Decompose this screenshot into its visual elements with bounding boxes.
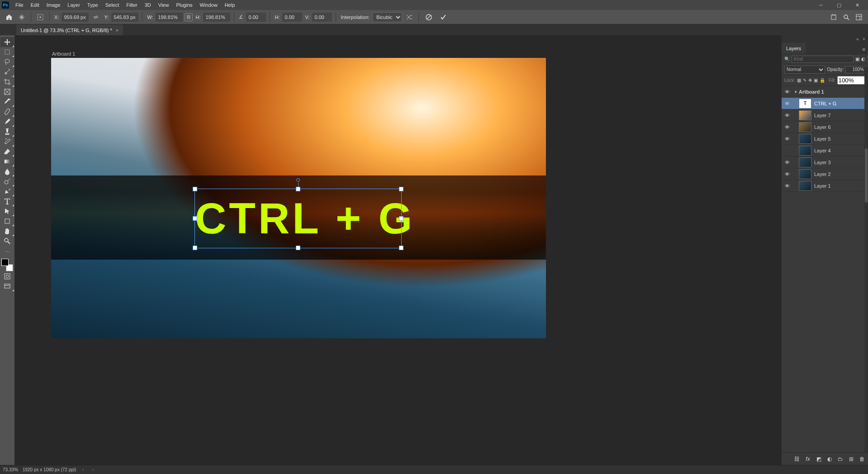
handle-tm[interactable] bbox=[296, 187, 300, 191]
menu-view[interactable]: View bbox=[155, 1, 173, 9]
search-icon[interactable] bbox=[841, 12, 852, 23]
aspect-lock-icon[interactable]: ⛓ bbox=[185, 13, 193, 21]
pen-tool[interactable] bbox=[0, 186, 14, 196]
layer-name[interactable]: Layer 1 bbox=[814, 183, 866, 189]
transform-hskew-input[interactable] bbox=[282, 13, 302, 22]
fill-input[interactable] bbox=[837, 76, 868, 85]
menu-layer[interactable]: Layer bbox=[64, 1, 84, 9]
window-close-button[interactable]: ✕ bbox=[848, 0, 866, 10]
handle-bl[interactable] bbox=[193, 246, 197, 250]
layer-row[interactable]: 👁 Layer 6 bbox=[782, 121, 868, 133]
menu-3d[interactable]: 3D bbox=[141, 1, 155, 9]
lock-transparency-icon[interactable]: ▦ bbox=[797, 77, 801, 84]
layer-mask-icon[interactable]: ◩ bbox=[815, 455, 823, 463]
handle-mr[interactable] bbox=[399, 217, 403, 220]
eraser-tool[interactable] bbox=[0, 147, 14, 156]
artboard-label[interactable]: Artboard 1 bbox=[52, 51, 75, 57]
filter-pixel-icon[interactable]: ▣ bbox=[855, 56, 859, 63]
lock-position-icon[interactable]: ✥ bbox=[808, 77, 812, 84]
doc-info[interactable]: 1920 px x 1080 px (72 ppi) bbox=[23, 467, 76, 472]
blend-mode-select[interactable]: Normal bbox=[784, 66, 825, 74]
zoom-tool[interactable] bbox=[0, 236, 14, 246]
transform-w-input[interactable] bbox=[156, 13, 183, 22]
handle-br[interactable] bbox=[399, 246, 403, 250]
canvas-area[interactable]: Artboard 1 CTRL + G bbox=[15, 35, 781, 465]
visibility-toggle[interactable]: 👁 bbox=[782, 124, 792, 130]
history-brush-tool[interactable] bbox=[0, 137, 14, 147]
visibility-toggle[interactable]: 👁 bbox=[782, 136, 792, 142]
shape-tool[interactable] bbox=[0, 216, 14, 226]
visibility-toggle[interactable]: 👁 bbox=[782, 183, 792, 189]
layer-thumbnail[interactable] bbox=[799, 169, 811, 179]
transform-vskew-input[interactable] bbox=[312, 13, 332, 22]
menu-window[interactable]: Window bbox=[196, 1, 221, 9]
type-tool[interactable] bbox=[0, 196, 14, 206]
brush-tool[interactable] bbox=[0, 117, 14, 127]
visibility-toggle[interactable]: 👁 bbox=[782, 89, 792, 95]
layer-row[interactable]: 👁 Layer 5 bbox=[782, 133, 868, 145]
lock-all-icon[interactable]: 🔒 bbox=[820, 77, 825, 84]
filter-search-icon[interactable]: 🔍 bbox=[784, 56, 790, 63]
layer-thumbnail[interactable] bbox=[799, 122, 811, 132]
artboard-row[interactable]: 👁 ▾ Artboard 1 bbox=[782, 86, 868, 98]
menu-select[interactable]: Select bbox=[102, 1, 123, 9]
gradient-tool[interactable] bbox=[0, 156, 14, 166]
visibility-toggle[interactable]: 👁 bbox=[782, 101, 792, 106]
layer-row[interactable]: 👁 Layer 3 bbox=[782, 156, 868, 168]
artboard-tool[interactable] bbox=[0, 47, 14, 57]
handle-ml[interactable] bbox=[193, 217, 197, 220]
menu-file[interactable]: File bbox=[12, 1, 27, 9]
adjustment-layer-icon[interactable]: ◐ bbox=[825, 455, 834, 463]
layer-thumbnail[interactable] bbox=[799, 181, 811, 191]
lasso-tool[interactable] bbox=[0, 57, 14, 67]
dodge-tool[interactable] bbox=[0, 176, 14, 186]
eyedropper-tool[interactable] bbox=[0, 97, 14, 107]
layer-name[interactable]: Layer 5 bbox=[814, 136, 866, 142]
layer-thumbnail[interactable]: T bbox=[799, 99, 811, 109]
cancel-transform-button[interactable] bbox=[424, 13, 433, 22]
foreground-color-swatch[interactable] bbox=[1, 259, 9, 266]
handle-tr[interactable] bbox=[399, 187, 403, 191]
layer-fx-icon[interactable]: fx bbox=[804, 455, 812, 463]
lock-pixels-icon[interactable]: ✎ bbox=[803, 77, 806, 84]
share-icon[interactable] bbox=[828, 12, 839, 23]
window-maximize-button[interactable]: ▢ bbox=[830, 0, 848, 10]
menu-edit[interactable]: Edit bbox=[27, 1, 43, 9]
layer-name[interactable]: Layer 2 bbox=[814, 171, 866, 177]
crop-tool[interactable] bbox=[0, 77, 14, 87]
layer-name[interactable]: Layer 7 bbox=[814, 113, 866, 118]
layer-tree[interactable]: 👁 ▾ Artboard 1 👁 T CTRL + G 👁 Layer 7 👁 bbox=[782, 86, 868, 452]
status-prev-icon[interactable]: ‹ bbox=[81, 467, 85, 472]
handle-bm[interactable] bbox=[296, 246, 300, 250]
layer-row[interactable]: 👁 Layer 1 bbox=[782, 180, 868, 192]
menu-filter[interactable]: Filter bbox=[123, 1, 141, 9]
color-swatches[interactable] bbox=[1, 259, 13, 271]
artboard[interactable]: CTRL + G bbox=[51, 58, 546, 338]
delete-layer-icon[interactable]: 🗑 bbox=[858, 455, 866, 463]
edit-toolbar-icon[interactable]: ⋯ bbox=[0, 249, 14, 255]
visibility-toggle[interactable]: 👁 bbox=[782, 113, 792, 118]
window-minimize-button[interactable]: ─ bbox=[812, 0, 830, 10]
swap-xy-icon[interactable] bbox=[90, 12, 101, 23]
chevron-down-icon[interactable]: ▾ bbox=[792, 90, 799, 94]
hand-tool[interactable] bbox=[0, 226, 14, 236]
transform-h-input[interactable] bbox=[203, 13, 230, 22]
menu-type[interactable]: Type bbox=[84, 1, 102, 9]
move-tool[interactable] bbox=[0, 37, 14, 47]
transform-y-input[interactable] bbox=[111, 13, 138, 22]
interpolation-select[interactable]: Bicubic bbox=[372, 12, 402, 22]
transform-bounding-box[interactable]: CTRL + G bbox=[195, 189, 401, 248]
scrollbar-thumb[interactable] bbox=[865, 148, 868, 203]
transform-x-input[interactable] bbox=[62, 13, 89, 22]
panel-close-icon[interactable]: × bbox=[862, 37, 866, 41]
workspace-icon[interactable] bbox=[854, 12, 864, 23]
frame-tool[interactable] bbox=[0, 87, 14, 97]
commit-transform-button[interactable] bbox=[439, 13, 448, 22]
visibility-toggle[interactable]: 👁 bbox=[782, 171, 792, 177]
close-tab-icon[interactable]: × bbox=[116, 28, 119, 33]
layer-group-icon[interactable]: 🗀 bbox=[836, 455, 844, 463]
path-select-tool[interactable] bbox=[0, 206, 14, 216]
menu-image[interactable]: Image bbox=[43, 1, 64, 9]
link-layers-icon[interactable]: ⛓ bbox=[793, 455, 801, 463]
transform-angle-input[interactable] bbox=[246, 13, 266, 22]
